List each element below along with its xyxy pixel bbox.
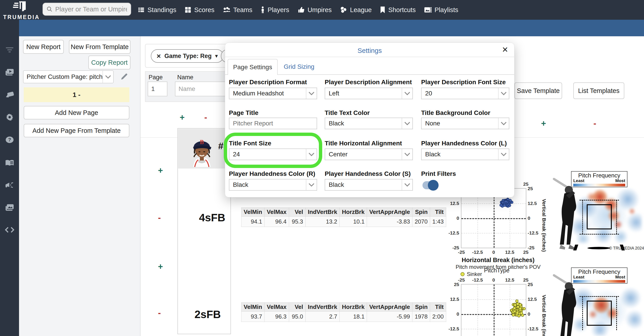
remove-column-button[interactable]: -: [204, 113, 207, 122]
chip-caret-icon: ▾: [215, 53, 218, 59]
gridline: [462, 329, 526, 329]
title-background-color-select[interactable]: None: [421, 118, 509, 129]
pitch-frequency-heatmap: Pitch Frequency Least Most: [554, 267, 644, 336]
new-from-template-button[interactable]: New From Template: [69, 40, 130, 54]
nav-label: Standings: [148, 6, 176, 14]
book-icon[interactable]: [0, 157, 19, 169]
remove-row-button[interactable]: -: [158, 309, 161, 317]
chip-close-icon[interactable]: ×: [157, 52, 161, 60]
player-handedness-color-r-select[interactable]: Black: [229, 179, 317, 191]
nav-item-teams[interactable]: Teams: [222, 6, 252, 14]
stat-cell: 18.1: [340, 311, 367, 322]
brand-text: TRUMEDIA: [3, 14, 39, 20]
stat-cell: 1978: [412, 311, 430, 322]
print-filters-toggle[interactable]: [422, 181, 437, 189]
gridline: [462, 233, 526, 233]
gridline: [478, 284, 478, 336]
player-description-cell[interactable]: B: [178, 128, 231, 334]
page-number-input[interactable]: 1: [148, 82, 168, 96]
y-tick-label: -12.5: [448, 326, 459, 331]
nav-item-standings[interactable]: Standings: [138, 6, 176, 14]
tab-page-settings[interactable]: Page Settings: [228, 59, 278, 75]
title-font-size-select[interactable]: 24: [229, 149, 317, 160]
new-report-button[interactable]: New Report: [23, 40, 64, 54]
save-template-label: Save Template: [517, 87, 560, 95]
select-value: Center: [325, 151, 402, 158]
scale-max-label: Most: [615, 275, 625, 279]
add-new-page-from-template-button[interactable]: Add New Page From Template: [24, 124, 129, 137]
col-header: HorzBrk: [340, 208, 367, 217]
copy-report-label: Copy Report: [91, 59, 128, 66]
zone-dash-top: [580, 296, 619, 297]
megaphone-icon[interactable]: [0, 179, 19, 192]
nav-item-shortcuts[interactable]: Shortcuts: [380, 6, 416, 14]
field-label: Page Title: [229, 109, 258, 117]
add-row-button[interactable]: +: [158, 166, 163, 175]
player-handedness-color-l-select[interactable]: Black: [421, 149, 509, 160]
stat-cell: 10.1: [340, 217, 367, 227]
gear-icon[interactable]: [0, 111, 19, 123]
chart-legend: Sinker: [460, 271, 482, 277]
add-new-page-label: Add New Page: [55, 109, 98, 117]
video-playlist-icon[interactable]: [0, 66, 19, 79]
y-tick-label: -25: [452, 245, 459, 250]
global-search[interactable]: [42, 3, 131, 16]
add-column-button[interactable]: +: [541, 119, 546, 128]
home-plate: [588, 247, 610, 249]
settings-modal: Settings × Page Settings Grid Sizing Pla…: [225, 43, 514, 197]
chevron-down-icon: [402, 88, 412, 99]
filter-icon[interactable]: [0, 44, 19, 56]
chevron-down-icon: [402, 118, 412, 129]
nav-item-umpires[interactable]: Umpires: [297, 6, 332, 14]
scatter-point-4sfb: [504, 200, 508, 203]
report-select[interactable]: Pitcher Custom Page: pitching -...: [23, 70, 114, 83]
trumedia-logo[interactable]: TRUMEDIA: [3, 1, 39, 20]
add-column-button[interactable]: +: [180, 113, 184, 122]
nav-label: Umpires: [308, 6, 332, 14]
heatmap-legend: Pitch Frequency Least Most: [571, 267, 628, 283]
save-template-button[interactable]: Save Template: [514, 82, 562, 99]
field-label: Player Description Font Size: [421, 79, 506, 86]
list-templates-button[interactable]: List Templates: [573, 82, 624, 99]
title-text-color-select[interactable]: Black: [325, 118, 413, 129]
y-tick-label-right: 25: [528, 282, 533, 287]
help-icon[interactable]: ?: [0, 134, 19, 146]
search-input[interactable]: [55, 6, 127, 13]
player-description-font-size-select[interactable]: 20: [421, 88, 509, 99]
table-row: 94.196.495.313.210.1-3.8320701:43: [242, 217, 446, 227]
remove-column-button[interactable]: -: [594, 119, 596, 128]
edit-report-pencil-icon[interactable]: [120, 72, 129, 82]
cards-icon[interactable]: [0, 89, 19, 101]
copy-report-button[interactable]: Copy Report: [88, 56, 130, 70]
player-description-format-select[interactable]: Medium Headshot: [229, 88, 317, 99]
stat-cell: 95.3: [289, 217, 306, 227]
pitch-stats-table-2sfb: VelMinVelMaxVelIndVertBrkHorzBrkVertAppr…: [241, 302, 446, 322]
select-value: Black: [422, 151, 498, 158]
add-new-page-from-template-label: Add New Page From Template: [32, 127, 120, 134]
nav-item-league[interactable]: League: [340, 6, 372, 14]
add-new-page-button[interactable]: Add New Page: [24, 106, 129, 119]
player-description-alignment-select[interactable]: Left: [325, 88, 413, 99]
remove-row-button[interactable]: -: [158, 213, 161, 222]
tab-grid-sizing[interactable]: Grid Sizing: [284, 59, 314, 74]
close-icon[interactable]: ×: [502, 45, 508, 55]
nav-item-playlists[interactable]: Playlists: [424, 6, 458, 14]
code-icon[interactable]: [0, 224, 19, 236]
page-row-badge[interactable]: 1 -: [24, 87, 129, 102]
new-from-template-label: New From Template: [71, 43, 129, 51]
table-row: 93.796.395.02.718.1-5.9919782:00: [242, 311, 446, 322]
chevron-down-icon: [306, 149, 317, 160]
player-handedness-color-s-select[interactable]: Black: [325, 179, 413, 191]
nav-item-players[interactable]: Players: [260, 6, 289, 14]
add-row-button[interactable]: +: [158, 262, 163, 271]
nav-item-scores[interactable]: Scores: [184, 6, 214, 14]
col-header: Vel: [289, 303, 306, 311]
new-report-label: New Report: [26, 43, 60, 51]
y-tick-label: 25: [454, 282, 459, 287]
chip-label: Game Type: Reg: [164, 53, 212, 60]
filter-chip-game-type[interactable]: × Game Type: Reg ▾: [151, 49, 224, 63]
title-horizontal-alignment-select[interactable]: Center: [325, 149, 413, 160]
y-tick-label-right: -25: [528, 245, 534, 250]
page-title-input[interactable]: Pitcher Report: [229, 118, 317, 129]
images-icon[interactable]: [0, 201, 19, 214]
